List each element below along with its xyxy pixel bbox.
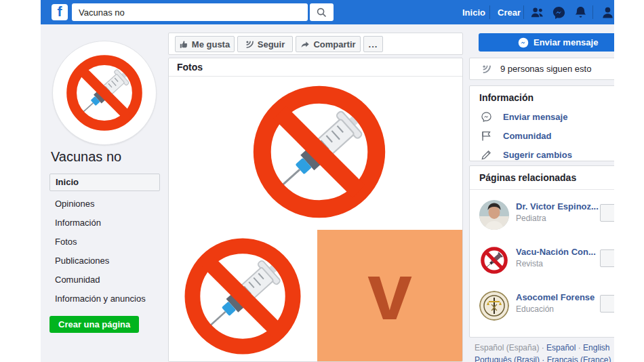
information-card: Información Enviar mensaje Comunidad xyxy=(469,85,614,161)
search-icon xyxy=(317,7,327,18)
account-icon[interactable] xyxy=(601,5,614,20)
no-vaccine-page-avatar[interactable] xyxy=(479,245,509,275)
current-language: Español (España) xyxy=(475,343,539,353)
divider xyxy=(523,5,524,19)
related-page-name[interactable]: Vacu-Nación Con... xyxy=(516,247,596,257)
related-pages-card: Páginas relacionadas Dr. Victor Espinoz.… xyxy=(469,165,614,338)
related-page-name[interactable]: Asocomel Forense xyxy=(516,292,595,302)
page-profile-picture[interactable] xyxy=(52,41,157,145)
language-line-2[interactable]: Português (Brasil) · Français (France) xyxy=(475,354,614,362)
sidebar-item-comunidad[interactable]: Comunidad xyxy=(55,275,100,285)
related-page-category: Revista xyxy=(516,259,543,268)
photo-orange-v[interactable]: v xyxy=(317,230,462,362)
seal-emblem xyxy=(479,291,509,321)
thumbs-up-icon xyxy=(180,40,188,49)
no-vaccine-symbol xyxy=(178,232,307,361)
photo-small-no-vaccine[interactable] xyxy=(169,230,316,362)
language-footer: Español (España) · Español · English Por… xyxy=(475,342,614,362)
related-page-category: Educación xyxy=(516,304,554,314)
page-body: Vacunas no Inicio Opiniones Información … xyxy=(41,24,614,362)
related-page-row: Dr. Victor Espinoz... Pediatra xyxy=(470,195,614,235)
info-suggest-edits-link[interactable]: Sugerir cambios xyxy=(470,146,614,163)
v-letter: v xyxy=(367,252,412,331)
language-line-1: Español (España) · Español · English xyxy=(475,342,614,354)
nav-create-link[interactable]: Crear xyxy=(498,7,521,18)
divider xyxy=(489,5,490,19)
facebook-logo[interactable]: f xyxy=(52,4,68,20)
sidebar-item-inicio[interactable]: Inicio xyxy=(49,174,160,191)
share-icon xyxy=(300,40,310,49)
sidebar-item-informacion-anuncios[interactable]: Información y anuncios xyxy=(55,294,146,304)
no-vaccine-symbol xyxy=(246,79,393,225)
divider xyxy=(592,5,593,19)
photos-header: Fotos xyxy=(169,58,462,77)
related-page-row: Asocomel Forense Educación xyxy=(470,285,614,326)
related-pages-title: Páginas relacionadas xyxy=(479,172,576,183)
notifications-icon[interactable] xyxy=(573,5,588,20)
no-vaccine-symbol xyxy=(62,51,146,135)
create-page-button[interactable]: Crear una página xyxy=(49,316,139,333)
more-actions-button[interactable]: ... xyxy=(363,36,383,52)
language-link-english[interactable]: English xyxy=(583,343,609,353)
doctor-avatar[interactable] xyxy=(479,200,509,230)
search-button[interactable] xyxy=(310,3,334,21)
info-send-message-link[interactable]: Enviar mensaje xyxy=(470,108,614,125)
follow-icon xyxy=(482,64,491,74)
photos-card: Fotos v xyxy=(168,58,463,362)
portrait-photo xyxy=(479,200,509,230)
sidebar-item-informacion[interactable]: Información xyxy=(55,218,101,228)
nav-home-link[interactable]: Inicio xyxy=(462,7,485,18)
related-page-row: Vacu-Nación Con... Revista xyxy=(470,240,614,281)
messenger-icon xyxy=(481,111,492,123)
send-message-button[interactable]: Enviar mensaje xyxy=(479,33,614,52)
sidebar-item-opiniones[interactable]: Opiniones xyxy=(55,199,95,209)
info-community-link[interactable]: Comunidad xyxy=(470,127,614,144)
messenger-icon xyxy=(518,37,529,48)
friend-requests-icon[interactable] xyxy=(530,5,544,20)
sidebar-item-publicaciones[interactable]: Publicaciones xyxy=(55,256,109,266)
sidebar-item-fotos[interactable]: Fotos xyxy=(55,237,77,247)
related-page-name[interactable]: Dr. Victor Espinoz... xyxy=(516,201,599,212)
page-title: Vacunas no xyxy=(51,149,121,165)
divider xyxy=(470,189,614,190)
no-vaccine-symbol xyxy=(479,245,509,275)
like-page-button[interactable] xyxy=(600,249,614,267)
search-box[interactable] xyxy=(72,3,308,21)
share-button[interactable]: Compartir xyxy=(296,36,361,52)
related-page-category: Pediatra xyxy=(516,214,546,223)
language-link-espanol[interactable]: Español xyxy=(546,343,576,353)
photo-large-no-vaccine[interactable] xyxy=(169,77,462,228)
like-button[interactable]: Me gusta xyxy=(175,36,235,52)
ellipsis-icon: ... xyxy=(369,39,378,49)
like-page-button[interactable] xyxy=(600,295,614,313)
messenger-icon[interactable] xyxy=(552,5,566,20)
top-navigation-bar: f Inicio Crear xyxy=(41,0,614,24)
pencil-icon xyxy=(481,149,492,161)
facebook-window: f Inicio Crear xyxy=(41,0,614,362)
forensic-seal-avatar[interactable] xyxy=(479,291,509,321)
flag-icon xyxy=(481,130,492,142)
follow-button[interactable]: Seguir xyxy=(237,36,293,52)
follow-icon xyxy=(245,40,254,49)
followers-card: 9 personas siguen esto xyxy=(469,58,614,80)
like-page-button[interactable] xyxy=(600,204,614,222)
information-title: Información xyxy=(479,92,534,103)
search-input[interactable] xyxy=(72,3,308,21)
page-action-bar: Me gusta Seguir Compartir xyxy=(168,33,463,55)
followers-count-text: 9 personas siguen esto xyxy=(500,64,591,74)
